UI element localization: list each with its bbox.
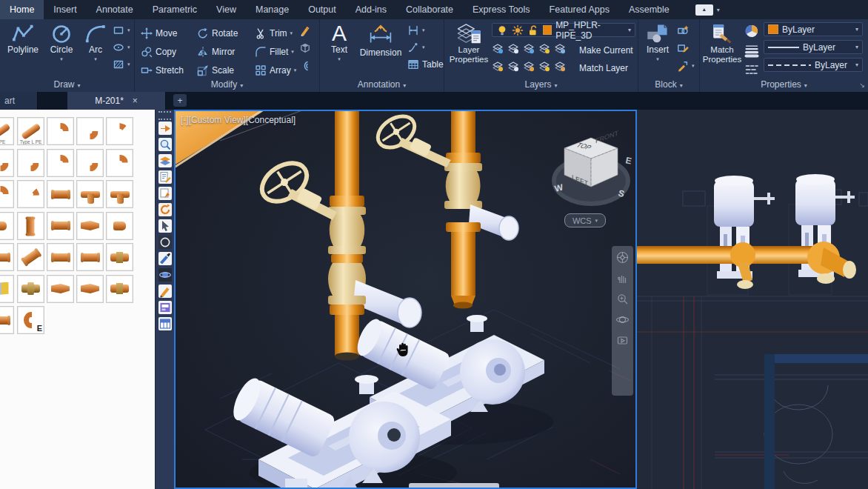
ribbon-tab-manage[interactable]: Manage (246, 0, 298, 19)
ribbon-tab-view[interactable]: View (207, 0, 246, 19)
right-drawing-area[interactable] (637, 110, 868, 489)
palette-tile-coupling[interactable] (76, 243, 104, 271)
palette-tile-adapter[interactable] (106, 275, 133, 303)
export-arrow-button[interactable] (158, 121, 173, 136)
dimension-linear-tool-button[interactable]: ▾ (407, 24, 444, 36)
palette-tile-elbow[interactable] (47, 117, 74, 145)
palette-tile-cap[interactable] (0, 212, 14, 240)
palette-tile-elbow[interactable] (0, 149, 14, 177)
offset-tool-button[interactable] (299, 60, 311, 72)
layer-tool-row2-4[interactable] (554, 60, 566, 72)
layer-tool-row2-0[interactable] (492, 60, 504, 72)
object-lineweight-dropdown[interactable]: ByLayer▾ (764, 40, 863, 54)
panel-title-block[interactable]: Block▾ (638, 79, 699, 90)
ribbon-tab-output[interactable]: Output (298, 0, 346, 19)
file-tab-start[interactable]: art (0, 92, 38, 110)
ribbon-minimize-caret[interactable]: ▾ (717, 7, 720, 13)
palette-tile-tee[interactable] (106, 180, 133, 208)
leader-tool-button[interactable]: ▾ (407, 41, 444, 53)
panel-title-draw[interactable]: Draw▾ (0, 79, 134, 90)
viewport-canvas[interactable]: W S E TOP LEFT FRONT (176, 111, 635, 488)
model-viewport[interactable]: W S E TOP LEFT FRONT [-][Custom View][Co… (174, 110, 637, 489)
object-linetype-dropdown[interactable]: ByLayer▾ (764, 58, 863, 72)
ribbon-tab-featured-apps[interactable]: Featured Apps (540, 0, 619, 19)
ribbon-tab-assemble[interactable]: Assemble (619, 0, 679, 19)
palette-tile-elbow45[interactable] (106, 117, 133, 145)
table-view-button[interactable] (158, 316, 173, 331)
erase-tool-button[interactable] (299, 24, 311, 36)
palette-tile-coupling[interactable] (47, 243, 74, 271)
orbit-view-button[interactable] (158, 267, 173, 282)
layer-tool-row1-2[interactable] (523, 42, 535, 54)
zoom-query-button[interactable] (158, 137, 173, 152)
palette-tile-elbow[interactable] (47, 149, 74, 177)
palette-tile-coupling[interactable] (47, 212, 74, 240)
move-button[interactable]: Move (141, 24, 197, 42)
annotate-doc-button[interactable] (158, 170, 173, 184)
select-pointer-button[interactable] (158, 219, 173, 233)
palette-tile-cap[interactable] (106, 212, 133, 240)
palette-tile-union[interactable] (17, 275, 44, 303)
palette-tile-elbow[interactable] (76, 117, 104, 145)
file-tab-close-icon[interactable]: × (133, 96, 138, 106)
palette-tile-elbow[interactable] (76, 149, 104, 177)
ribbon-tab-collaborate[interactable]: Collaborate (396, 0, 463, 19)
hatch-tool-button[interactable]: ▾ (113, 59, 130, 70)
palette-tile-coupling[interactable] (17, 243, 44, 271)
layer-tool-row1-0[interactable] (492, 42, 504, 54)
palette-tile-coupling[interactable] (0, 306, 14, 334)
rotate-button[interactable]: Rotate (197, 24, 255, 42)
zoom-nav-icon[interactable] (615, 292, 630, 306)
layer-properties-button[interactable]: Layer Properties (447, 22, 490, 64)
block-editor-tool-button[interactable] (677, 42, 695, 54)
ellipse-tool-button[interactable]: ▾ (113, 41, 130, 53)
array-button[interactable]: Array▾ (255, 61, 301, 79)
new-tab-button[interactable]: + (173, 94, 187, 107)
panel-title-modify[interactable]: Modify▾ (135, 79, 319, 90)
layer-tool-row2-1[interactable] (507, 60, 519, 72)
layer-walk-button[interactable] (158, 153, 173, 168)
make-current-label[interactable]: Make Current (579, 45, 633, 56)
paint-brush-button[interactable] (158, 251, 173, 266)
palette-tile-reducer[interactable] (76, 212, 104, 240)
wcs-dropdown[interactable]: WCS ▾ (564, 213, 606, 227)
polyline-button[interactable]: Polyline (4, 22, 42, 56)
navigation-bar[interactable] (612, 246, 633, 396)
rectangle-tool-button[interactable]: ▾ (113, 24, 130, 36)
palette-tile-multi[interactable] (0, 275, 14, 303)
text-button[interactable]: A Text ▾ (324, 22, 354, 62)
showmotion-icon[interactable] (615, 333, 630, 347)
layout-panel-button[interactable] (158, 300, 173, 315)
palette-tile-elbow[interactable] (17, 149, 44, 177)
layer-tool-row2-3[interactable] (538, 60, 550, 72)
panel-title-annotation[interactable]: Annotation▾ (320, 79, 444, 90)
sheet-arrow-button[interactable] (158, 186, 173, 201)
palette-tile-coupling[interactable] (17, 212, 44, 240)
arc-button[interactable]: Arc ▾ (80, 22, 111, 62)
ribbon-minimize-button[interactable]: ▴ (695, 4, 713, 16)
scale-button[interactable]: Scale (197, 61, 255, 79)
layer-tool-row1-3[interactable] (538, 42, 550, 54)
match-layer-label[interactable]: Match Layer (579, 63, 628, 73)
lineweight-icon[interactable] (744, 43, 759, 58)
dimension-button[interactable]: Dimension (357, 22, 404, 59)
table-button[interactable]: Table (407, 59, 444, 70)
swirl-orbit-button[interactable] (158, 202, 173, 217)
explode-tool-button[interactable] (299, 42, 311, 54)
color-wheel-icon[interactable] (744, 24, 759, 39)
panel-launcher-icon[interactable]: ↘ (859, 82, 865, 89)
edit-attribute-tool-button[interactable]: ▾ (677, 60, 695, 72)
ribbon-tab-parametric[interactable]: Parametric (143, 0, 207, 19)
create-block-tool-button[interactable] (677, 24, 695, 36)
viewport-controls-label[interactable]: [-][Custom View][Conceptual] (181, 115, 296, 125)
ribbon-tab-annotate[interactable]: Annotate (87, 0, 143, 19)
copy-button[interactable]: Copy (141, 43, 197, 61)
circle-button[interactable]: Circle ▾ (44, 22, 79, 62)
trim-button[interactable]: Trim▾ (255, 24, 301, 42)
palette-tile-pipe[interactable]: Type L PE (17, 117, 44, 145)
steering-wheel-icon[interactable] (615, 250, 630, 265)
palette-tile-elbow45[interactable] (17, 180, 44, 208)
palette-tile-coupling[interactable] (47, 180, 74, 208)
panel-title-properties[interactable]: Properties▾ (700, 79, 868, 90)
palette-tile-ubend[interactable]: E (17, 306, 44, 334)
